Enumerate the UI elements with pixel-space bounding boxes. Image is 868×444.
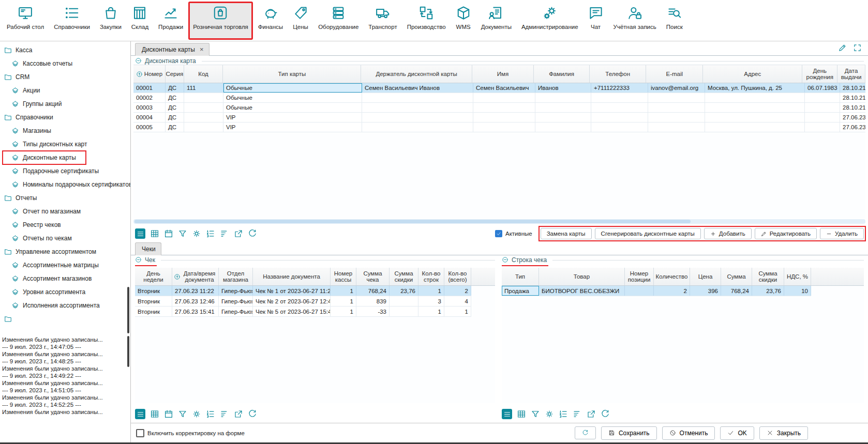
table-row[interactable]: 00001ДС111ОбычныеСемен Васильевич Иванов…: [133, 83, 865, 93]
sort-icon[interactable]: [220, 409, 229, 419]
ribbon-item-8[interactable]: Оборудование: [313, 2, 363, 40]
open-external-icon[interactable]: [234, 409, 243, 419]
table-row[interactable]: 00005ДСVIP27.06.23: [133, 123, 865, 132]
tree-leaf-item[interactable]: Исполнения ассортимента: [0, 299, 130, 312]
tree-leaf-item[interactable]: Магазины: [0, 124, 130, 137]
numbered-list-icon[interactable]: [559, 409, 568, 419]
column-header[interactable]: Сумма: [721, 268, 752, 285]
list-view-icon[interactable]: [135, 228, 145, 239]
column-header[interactable]: Номер позиции: [625, 268, 654, 285]
cancel-button[interactable]: Отменить: [662, 426, 715, 440]
ribbon-item-10[interactable]: Производство: [402, 2, 451, 40]
column-header[interactable]: Код: [184, 65, 223, 83]
ribbon-item-0[interactable]: Рабочий стол: [2, 2, 49, 40]
tab-close-icon[interactable]: ×: [200, 47, 204, 52]
refresh-icon[interactable]: [248, 229, 257, 238]
collapse-icon[interactable]: [502, 256, 508, 263]
refresh-button[interactable]: [575, 426, 596, 439]
collapse-icon[interactable]: [135, 256, 142, 263]
ribbon-item-16[interactable]: Поиск: [662, 2, 687, 40]
tree-leaf-item[interactable]: Подарочные сертификаты: [0, 164, 130, 178]
open-external-icon[interactable]: [234, 229, 243, 238]
ribbon-item-6[interactable]: Финансы: [253, 2, 288, 40]
refresh-icon[interactable]: [601, 409, 610, 419]
sort-icon[interactable]: [573, 409, 582, 419]
column-header[interactable]: Кол-во строк: [418, 268, 444, 285]
column-header[interactable]: Телефон: [590, 65, 647, 83]
sort-icon[interactable]: [220, 229, 229, 238]
table-row[interactable]: Вторник27.06.23 12:46Гипер-ФьюжЧек № 2 о…: [135, 296, 471, 307]
ribbon-item-15[interactable]: Учётная запись: [609, 2, 661, 40]
settings-icon[interactable]: [545, 409, 554, 419]
form-correction-checkbox[interactable]: Включить корректировку на форме: [136, 429, 245, 437]
active-filter-checkbox[interactable]: Активные: [495, 230, 532, 237]
column-header[interactable]: Кол-во (всего): [444, 268, 471, 285]
column-header[interactable]: Имя: [472, 65, 534, 83]
column-header[interactable]: Номер: [133, 65, 166, 83]
table-view-icon[interactable]: [150, 229, 159, 238]
table-row[interactable]: 00003ДСОбычные28.10.21: [133, 103, 865, 113]
table-row[interactable]: ПродажаБИОТВОРОГ ВЕС.ОБЕЗЖИ2396768,2423,…: [502, 286, 811, 296]
ribbon-item-5[interactable]: Розничная торговля: [188, 2, 253, 40]
ribbon-item-1[interactable]: Справочники: [49, 2, 95, 40]
filter-icon[interactable]: [531, 409, 540, 419]
tree-leaf-item[interactable]: Отчет по магазинам: [0, 205, 130, 218]
tree-folder-item[interactable]: Управление ассортиментом: [0, 245, 130, 258]
calendar-icon[interactable]: [164, 229, 173, 238]
tree-leaf-item[interactable]: Типы дисконтных карт: [0, 137, 130, 151]
table-view-icon[interactable]: [517, 409, 526, 419]
column-header[interactable]: Сумма скидки: [752, 268, 784, 285]
expand-icon[interactable]: [853, 43, 862, 52]
tree-leaf-item[interactable]: Акции: [0, 84, 130, 97]
column-header[interactable]: День рождения: [802, 65, 837, 83]
collapse-icon[interactable]: [135, 57, 142, 64]
checkbox-unchecked-icon[interactable]: [136, 429, 144, 437]
replace-card-button[interactable]: Замена карты: [541, 228, 592, 239]
log-scrollbar-thumb[interactable]: [127, 336, 129, 367]
tree-leaf-item[interactable]: Реестр чеков: [0, 218, 130, 232]
tree-folder-item[interactable]: Касса: [0, 43, 130, 57]
ribbon-item-14[interactable]: Чат: [583, 2, 608, 40]
filter-icon[interactable]: [178, 409, 187, 419]
tree-leaf-item[interactable]: Уровни ассортимента: [0, 285, 130, 299]
ribbon-item-2[interactable]: Закупки: [95, 2, 126, 40]
column-header[interactable]: Фамилия: [534, 65, 590, 83]
tree-folder-item[interactable]: Отчеты: [0, 191, 130, 205]
close-button[interactable]: Закрыть: [759, 426, 808, 440]
open-external-icon[interactable]: [587, 409, 596, 419]
tree-leaf-item[interactable]: Группы акций: [0, 97, 130, 111]
ribbon-item-3[interactable]: Склад: [127, 2, 153, 40]
column-header[interactable]: Сумма скидки: [390, 268, 418, 285]
ribbon-item-9[interactable]: Транспорт: [364, 2, 401, 40]
tree-folder-item[interactable]: Справочники: [0, 111, 130, 124]
tree-leaf-item[interactable]: Кассовые отчеты: [0, 57, 130, 70]
add-button[interactable]: Добавить: [704, 228, 752, 239]
tree-scrollbar-thumb[interactable]: [127, 287, 129, 333]
column-header[interactable]: Тип карты: [223, 65, 361, 83]
filter-icon[interactable]: [178, 229, 187, 238]
column-header[interactable]: Тип: [502, 268, 539, 285]
column-header[interactable]: День недели: [135, 268, 172, 285]
settings-icon[interactable]: [192, 229, 201, 238]
pencil-icon[interactable]: [838, 43, 847, 52]
scrollbar-thumb[interactable]: [134, 220, 691, 223]
generate-discount-cards-button[interactable]: Сгенерировать дисконтные карты: [595, 228, 701, 239]
column-header[interactable]: E-mail: [646, 65, 703, 83]
column-header[interactable]: Сумма чека: [356, 268, 390, 285]
calendar-icon[interactable]: [164, 409, 173, 419]
column-header[interactable]: Серия: [166, 65, 184, 83]
column-header[interactable]: Товар: [539, 268, 625, 285]
table-row[interactable]: Вторник27.06.23 11:22Гипер-ФьюжЧек № 1 о…: [135, 286, 471, 296]
refresh-icon[interactable]: [248, 409, 257, 419]
checkbox-checked-icon[interactable]: [495, 230, 502, 237]
list-view-icon[interactable]: [502, 409, 512, 419]
ribbon-item-4[interactable]: Продажи: [154, 2, 188, 40]
table-row[interactable]: 00004ДСVIP27.06.23: [133, 113, 865, 123]
column-header[interactable]: Цена: [690, 268, 721, 285]
cards-horizontal-scrollbar[interactable]: [133, 219, 865, 224]
column-header[interactable]: Адрес: [703, 65, 802, 83]
numbered-list-icon[interactable]: [206, 409, 215, 419]
ribbon-item-13[interactable]: Администрирование: [517, 2, 583, 40]
tree-leaf-item[interactable]: Номиналы подарочных сертификатов: [0, 178, 130, 191]
sidebar-item-discount-cards[interactable]: Дисконтные карты: [0, 151, 130, 164]
